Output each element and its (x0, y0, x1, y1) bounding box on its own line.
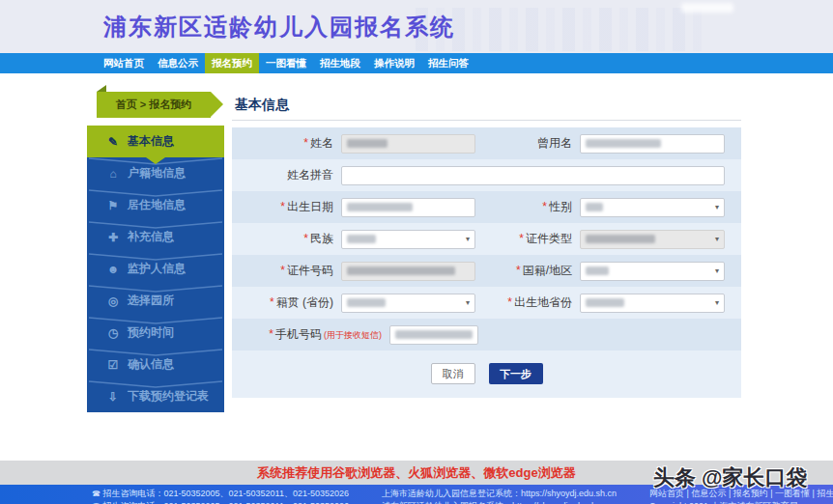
birth-province-cell: *出生地省份▾ (475, 294, 727, 313)
sidebar-item-label: 确认信息 (128, 356, 174, 373)
former-name-label-text: 曾用名 (537, 136, 572, 150)
birth-date-label: *出生日期 (237, 199, 333, 215)
form-panel: *姓名曾用名姓名拼音*出生日期*性别▾*民族▾*证件类型▾*证件号码*国籍/地区… (232, 127, 741, 398)
nationality-label: *国籍/地区 (475, 263, 572, 279)
required-asterisk: * (280, 264, 285, 277)
footer-phone-info-line-1: ☎ 招生咨询电话：021-50352005、021-50352011、021-5… (92, 500, 349, 504)
site-title: 浦东新区适龄幼儿入园报名系统 (103, 12, 455, 42)
mobile-cell: *手机号码(用于接收短信) (237, 325, 475, 345)
nationality-select[interactable]: ▾ (580, 262, 725, 281)
chevron-separator (87, 380, 224, 388)
nav-item-4[interactable]: 招生地段 (313, 53, 367, 73)
sidebar-item-0[interactable]: ✎基本信息 (87, 126, 224, 157)
id-number-input[interactable] (341, 262, 475, 281)
native-province-label: *籍贯 (省份) (237, 294, 333, 311)
ethnicity-cell: *民族▾ (237, 230, 475, 249)
nav-item-6[interactable]: 招生问答 (421, 53, 475, 73)
nav-item-1[interactable]: 信息公示 (151, 53, 205, 73)
form-row: *证件号码*国籍/地区▾ (232, 255, 741, 287)
sidebar-item-label: 基本信息 (128, 133, 174, 150)
id-type-select[interactable]: ▾ (580, 230, 725, 249)
nav-item-3[interactable]: 一图看懂 (259, 53, 313, 73)
footer-site-links-line-1[interactable]: Copyright 2021 上海市浦东新区教育局 (649, 500, 833, 504)
nav-item-5[interactable]: 操作说明 (367, 53, 421, 73)
required-asterisk: * (516, 264, 521, 277)
ethnicity-select[interactable]: ▾ (341, 230, 475, 249)
id-type-label: *证件类型 (475, 231, 572, 247)
user-info-blurred (681, 3, 733, 13)
required-asterisk: * (507, 295, 512, 309)
gender-select[interactable]: ▾ (580, 198, 725, 217)
page-title: 基本信息 (235, 97, 289, 114)
redacted-value (586, 235, 655, 243)
sidebar-item-6[interactable]: ◷预约时间 (87, 317, 224, 349)
breadcrumb-ribbon-fold (97, 85, 106, 92)
redacted-value (347, 139, 388, 148)
mobile-label-text: 手机号码 (275, 327, 322, 341)
download-icon: ⇩ (106, 390, 120, 404)
browser-tip-text: 系统推荐使用谷歌浏览器、火狐浏览器、微软edge浏览器 (257, 464, 575, 482)
next-step-button[interactable]: 下一步 (489, 363, 543, 384)
footer-system-url-line-1[interactable]: 浦东新区适龄幼儿入园报名系统：https://shyoydj.edu.sh.cn (382, 500, 617, 504)
former-name-input[interactable] (580, 134, 725, 154)
doc-edit-icon: ✎ (106, 135, 120, 149)
watermark-text: 头条 @家长口袋 (653, 463, 808, 492)
sidebar-item-label: 户籍地信息 (128, 165, 186, 182)
guardian-person-icon: ☻ (106, 263, 120, 276)
mobile-input[interactable] (389, 325, 478, 345)
chevron-down-icon: ▾ (715, 266, 719, 275)
redacted-value (347, 266, 455, 275)
chevron-down-icon: ▾ (466, 298, 470, 307)
birth-date-cell: *出生日期 (237, 198, 475, 217)
sidebar-item-3[interactable]: ✚补充信息 (87, 221, 224, 253)
nationality-cell: *国籍/地区▾ (475, 262, 727, 281)
name-label: *姓名 (237, 135, 333, 152)
sidebar-item-2[interactable]: ⚑居住地信息 (87, 189, 224, 221)
ethnicity-label-text: 民族 (310, 232, 333, 245)
native-province-select[interactable]: ▾ (341, 294, 475, 313)
breadcrumb[interactable]: 首页 > 报名预约 (97, 92, 211, 118)
required-asterisk: * (542, 200, 547, 213)
name-pinyin-input[interactable] (341, 166, 725, 185)
native-province-cell: *籍贯 (省份)▾ (237, 294, 475, 313)
name-input[interactable] (341, 134, 475, 154)
nationality-label-text: 国籍/地区 (523, 264, 572, 277)
name-pinyin-label: 姓名拼音 (237, 167, 333, 183)
redacted-value (586, 298, 624, 307)
nav-item-0[interactable]: 网站首页 (97, 53, 151, 73)
title-divider (232, 120, 741, 121)
birth-date-input[interactable] (341, 198, 475, 217)
cancel-button[interactable]: 取消 (431, 363, 475, 384)
footer-phone-info-line-0: ☎ 招生咨询电话：021-50352005、021-50352011、021-5… (92, 488, 349, 500)
redacted-value (347, 298, 386, 307)
name-label-text: 姓名 (310, 136, 333, 150)
redacted-value (586, 266, 609, 275)
sidebar-item-7[interactable]: ☑确认信息 (87, 349, 224, 380)
chevron-down-icon: ▾ (715, 298, 719, 307)
sidebar-item-8[interactable]: ⇩下载预约登记表 (87, 380, 224, 412)
id-number-label-text: 证件号码 (287, 264, 333, 277)
required-asterisk: * (303, 136, 308, 150)
footer-phone-info: ☎ 招生咨询电话：021-50352005、021-50352011、021-5… (92, 488, 349, 504)
birth-date-label-text: 出生日期 (287, 200, 333, 213)
id-number-label: *证件号码 (237, 263, 333, 279)
footer-system-url-line-0[interactable]: 上海市适龄幼儿入园信息登记系统：https://shyoydj.edu.sh.c… (382, 488, 617, 500)
plus-doc-icon: ✚ (106, 231, 120, 244)
form-row: *籍贯 (省份)▾*出生地省份▾ (232, 287, 741, 319)
nav-item-2[interactable]: 报名预约 (205, 53, 259, 73)
birth-province-select[interactable]: ▾ (580, 294, 725, 313)
city-skyline-graphic (416, 8, 705, 51)
id-number-cell: *证件号码 (237, 262, 475, 281)
required-asterisk: * (269, 327, 273, 341)
chevron-down-icon: ▾ (715, 203, 719, 211)
chevron-down-icon: ▾ (466, 235, 470, 243)
form-actions: 取消 下一步 (232, 350, 741, 398)
footer-system-url: 上海市适龄幼儿入园信息登记系统：https://shyoydj.edu.sh.c… (382, 488, 617, 504)
redacted-value (347, 235, 376, 243)
sidebar-item-5[interactable]: ◎选择园所 (87, 285, 224, 317)
form-row: *姓名曾用名 (232, 127, 741, 159)
form-row: *出生日期*性别▾ (232, 191, 741, 223)
id-type-label-text: 证件类型 (526, 232, 572, 245)
gender-label-text: 性别 (549, 200, 572, 213)
sidebar-item-4[interactable]: ☻监护人信息 (87, 253, 224, 285)
